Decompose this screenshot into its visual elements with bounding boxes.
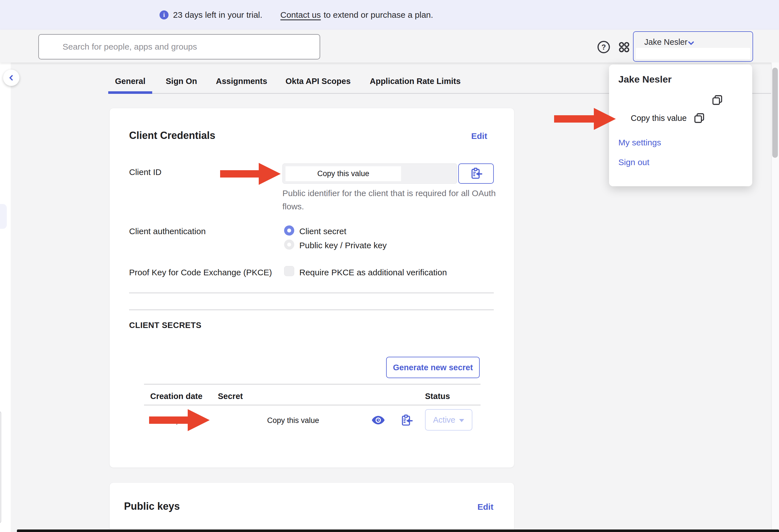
radio-client-secret-label: Client secret — [299, 227, 346, 236]
caret-down-icon — [459, 419, 464, 422]
column-header-status: Status — [425, 392, 450, 401]
client-authentication-label: Client authentication — [129, 227, 206, 236]
user-panel-name: Jake Nesler — [618, 74, 672, 85]
copy-icon — [694, 112, 705, 124]
copy-secret-button[interactable] — [400, 414, 413, 427]
sidebar-collapse-button[interactable] — [3, 70, 19, 86]
user-name: Jake Nesler — [644, 38, 687, 47]
active-tab-indicator — [108, 91, 152, 94]
user-menu-button[interactable]: Jake Nesler — [633, 31, 753, 62]
pkce-checkbox[interactable] — [284, 266, 294, 276]
reveal-secret-button[interactable] — [371, 415, 385, 425]
search-input[interactable] — [38, 34, 320, 59]
column-header-secret: Secret — [218, 392, 243, 401]
secret-value-redaction: Copy this value — [262, 414, 324, 427]
pkce-option-label: Require PKCE as additional verification — [299, 268, 447, 277]
sign-out-link[interactable]: Sign out — [618, 158, 649, 167]
copy-value-redaction: Copy this value — [631, 114, 686, 123]
table-top-border — [144, 384, 481, 385]
chevron-left-icon — [7, 73, 15, 82]
copy-email-button[interactable] — [712, 95, 723, 106]
copy-icon — [712, 95, 723, 106]
public-keys-title: Public keys — [124, 500, 180, 512]
help-button[interactable]: ? — [597, 40, 610, 54]
redacted-email — [617, 95, 722, 107]
client-id-label: Client ID — [129, 167, 162, 177]
sidebar-active-item[interactable] — [0, 204, 7, 229]
tab-sign-on[interactable]: Sign On — [166, 77, 197, 86]
apps-grid-button[interactable] — [617, 40, 631, 54]
tab-assignments[interactable]: Assignments — [216, 77, 267, 86]
tab-general[interactable]: General — [115, 77, 145, 86]
section-divider — [129, 309, 494, 310]
radio-client-secret[interactable] — [284, 225, 294, 236]
help-icon: ? — [597, 40, 610, 54]
radio-public-private-key[interactable] — [284, 239, 294, 250]
clipboard-copy-icon — [400, 414, 413, 427]
user-dropdown-panel: Jake Nesler Copy this value My settings … — [609, 64, 752, 186]
generate-new-secret-button[interactable]: Generate new secret — [386, 357, 480, 378]
copy-client-id-button[interactable] — [458, 164, 494, 184]
redacted-account-id — [636, 48, 750, 59]
client-credentials-title: Client Credentials — [129, 130, 215, 141]
window-bottom-edge — [17, 529, 779, 532]
status-badge: Active — [433, 415, 456, 425]
my-settings-link[interactable]: My settings — [618, 138, 661, 147]
scrollbar-thumb[interactable] — [772, 68, 778, 158]
collapsed-sidebar — [0, 29, 11, 532]
client-id-redaction: Copy this value — [286, 166, 401, 181]
trial-banner-text-2: to extend or purchase a plan. — [323, 10, 433, 20]
info-icon: i — [160, 10, 169, 19]
column-header-creation-date: Creation date — [150, 392, 202, 401]
svg-text:?: ? — [601, 43, 606, 51]
client-credentials-edit-link[interactable]: Edit — [471, 131, 487, 141]
client-secrets-title: CLIENT SECRETS — [129, 321, 201, 330]
eye-icon — [371, 415, 385, 425]
tab-okta-api-scopes[interactable]: Okta API Scopes — [286, 77, 351, 86]
radio-public-private-key-label: Public key / Private key — [299, 241, 387, 250]
clipboard-copy-icon — [470, 167, 482, 180]
offscreen-panel-edge — [0, 411, 1, 523]
trial-banner: i 23 days left in your trial. Contact us… — [0, 0, 779, 29]
pkce-label: Proof Key for Code Exchange (PKCE) — [129, 268, 272, 277]
apps-grid-icon — [617, 40, 631, 54]
client-id-field: Copy this value — [282, 164, 457, 184]
client-id-help-text: Public identifier for the client that is… — [282, 186, 511, 213]
copy-value-button[interactable] — [694, 112, 705, 124]
tab-application-rate-limits[interactable]: Application Rate Limits — [370, 77, 461, 86]
chevron-down-icon — [686, 39, 696, 48]
trial-banner-text: 23 days left in your trial. — [173, 10, 262, 20]
top-header: ? Jake Nesler — [0, 29, 779, 63]
table-header-border — [144, 405, 481, 406]
public-keys-edit-link[interactable]: Edit — [477, 502, 493, 512]
contact-us-link[interactable]: Contact us — [281, 10, 321, 20]
secret-status-dropdown[interactable]: Active — [425, 409, 472, 430]
section-divider — [129, 293, 494, 293]
